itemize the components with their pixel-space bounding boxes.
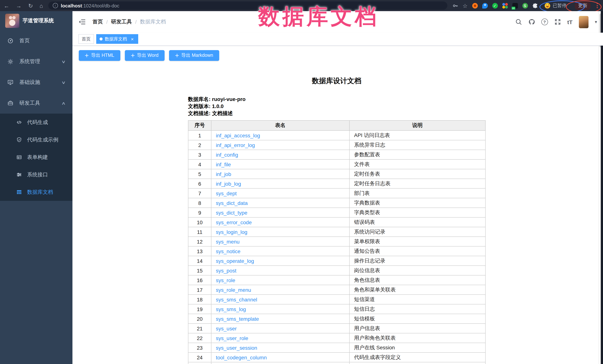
- sidebar-logo-row[interactable]: 芋道管理系统: [0, 11, 72, 31]
- sidebar-item-codegen-demo[interactable]: 代码生成示例: [0, 131, 72, 148]
- sidebar-item-label: 首页: [19, 37, 30, 44]
- table-name-link[interactable]: inf_config: [216, 152, 238, 158]
- sidebar-item-infra[interactable]: 基础设施 ∨: [0, 72, 72, 93]
- table-name-link[interactable]: sys_dict_type: [216, 210, 247, 216]
- table-name-link[interactable]: sys_operate_log: [216, 258, 254, 264]
- extension-icon-grid[interactable]: [502, 3, 508, 8]
- extension-icon-green-s[interactable]: S: [522, 3, 528, 8]
- table-name-link[interactable]: inf_job_log: [216, 181, 241, 187]
- table-name-link[interactable]: sys_dept: [216, 190, 237, 196]
- dashboard-icon: [7, 38, 13, 44]
- address-bar[interactable]: i localhost:1024/tool/db-doc: [48, 1, 447, 10]
- export-button-label: 导出 Markdown: [181, 52, 213, 59]
- row-desc: 定时任务表: [349, 169, 485, 179]
- sidebar-collapse-icon[interactable]: [78, 18, 86, 26]
- sidebar-item-label: 数据库文档: [27, 189, 53, 196]
- extensions-puzzle-icon[interactable]: [532, 3, 538, 8]
- table-name-link[interactable]: sys_sms_template: [216, 316, 259, 322]
- table-name-link[interactable]: sys_user_session: [216, 345, 257, 351]
- row-desc: 通知公告表: [349, 246, 485, 256]
- sidebar-item-codegen[interactable]: 代码生成: [0, 114, 72, 131]
- table-name-link[interactable]: sys_dict_data: [216, 200, 248, 206]
- browser-profile-chip[interactable]: 已暂停: [542, 1, 570, 10]
- table-name-link[interactable]: sys_user: [216, 325, 237, 331]
- table-row: 18 sys_sms_channel 短信渠道: [188, 295, 485, 304]
- help-icon[interactable]: ?: [541, 19, 548, 25]
- fullscreen-icon[interactable]: [554, 19, 561, 25]
- toolbox-icon: [7, 100, 13, 106]
- sidebar-item-db-doc[interactable]: 数据库文档: [0, 183, 72, 201]
- user-avatar[interactable]: [579, 16, 589, 28]
- code-icon: [16, 120, 22, 125]
- sidebar-item-home[interactable]: 首页: [0, 31, 72, 51]
- back-icon[interactable]: ←: [4, 3, 9, 8]
- table-name-link[interactable]: tool_codegen_column: [216, 354, 267, 360]
- table-row: 12 sys_menu 菜单权限表: [188, 237, 485, 246]
- row-no: 2: [188, 140, 211, 150]
- table-name-link[interactable]: sys_sms_channel: [216, 297, 257, 302]
- row-desc: 字典类型表: [349, 208, 485, 217]
- table-name-link[interactable]: sys_notice: [216, 248, 240, 254]
- row-desc: 用户和角色关联表: [349, 333, 485, 343]
- sidebar-item-form-builder[interactable]: 表单构建: [0, 148, 72, 166]
- table-name-link[interactable]: sys_post: [216, 267, 236, 273]
- table-name-link[interactable]: inf_file: [216, 161, 231, 167]
- forward-icon[interactable]: →: [16, 3, 22, 8]
- home-icon[interactable]: ⌂: [40, 3, 43, 8]
- font-size-icon[interactable]: tT: [567, 19, 573, 25]
- extension-icon-orange[interactable]: [472, 3, 478, 8]
- table-name-link[interactable]: inf_api_error_log: [216, 142, 255, 148]
- key-icon[interactable]: [452, 3, 458, 8]
- table-name-link[interactable]: sys_login_log: [216, 229, 247, 235]
- breadcrumb-devtools[interactable]: 研发工具: [111, 19, 132, 25]
- sidebar-item-label: 代码生成示例: [27, 136, 58, 143]
- github-icon[interactable]: [528, 19, 535, 25]
- export-html-button[interactable]: 导出 HTML: [79, 50, 120, 61]
- table-name-link[interactable]: sys_role: [216, 277, 235, 283]
- col-header-desc: 说明: [349, 121, 485, 131]
- extension-icon-green-check[interactable]: ✓: [492, 3, 498, 8]
- reload-icon[interactable]: ↻: [28, 3, 33, 8]
- table-row: 25 tool_codegen_table 代码生成表定义: [188, 362, 485, 364]
- row-desc: 操作日志记录: [349, 256, 485, 266]
- sidebar-item-devtools[interactable]: 研发工具 ∧: [0, 93, 72, 114]
- table-name-link[interactable]: sys_menu: [216, 239, 240, 244]
- table-name-link[interactable]: inf_job: [216, 171, 231, 177]
- table-name-link[interactable]: sys_error_code: [216, 219, 252, 225]
- breadcrumb-home[interactable]: 首页: [93, 19, 103, 25]
- export-markdown-button[interactable]: 导出 Markdown: [169, 50, 219, 61]
- sidebar-item-system[interactable]: 系统管理 ∨: [0, 51, 72, 72]
- gear-icon: [7, 59, 13, 65]
- tag-home[interactable]: 首页: [78, 34, 94, 44]
- row-desc: API 访问日志表: [349, 131, 485, 140]
- sidebar-item-label: 系统管理: [19, 58, 40, 65]
- table-name-link[interactable]: sys_sms_log: [216, 306, 246, 312]
- table-name-link[interactable]: sys_role_menu: [216, 287, 251, 293]
- export-toolbar: 导出 HTML 导出 Word 导出 Markdown: [79, 50, 603, 61]
- browser-menu-icon[interactable]: [595, 2, 599, 9]
- table-name-link[interactable]: inf_api_access_log: [216, 132, 260, 138]
- sidebar-item-system-api[interactable]: 系统接口: [0, 166, 72, 183]
- row-no: 16: [188, 275, 211, 285]
- site-info-icon[interactable]: i: [53, 3, 58, 8]
- row-desc: 短信渠道: [349, 295, 485, 304]
- sliders-icon: [16, 172, 22, 177]
- extension-icon-on-badge[interactable]: on: [512, 3, 518, 8]
- row-no: 23: [188, 343, 211, 353]
- row-no: 9: [188, 208, 211, 217]
- row-no: 15: [188, 266, 211, 275]
- bookmark-star-icon[interactable]: ☆: [463, 3, 468, 8]
- export-word-button[interactable]: 导出 Word: [125, 50, 164, 61]
- avatar-caret-icon[interactable]: ▾: [595, 19, 597, 24]
- tag-db-doc[interactable]: 数据库文档 ×: [96, 34, 138, 44]
- row-no: 22: [188, 333, 211, 343]
- browser-update-button[interactable]: 更新: [575, 1, 591, 10]
- search-icon[interactable]: [515, 19, 522, 25]
- tag-close-icon[interactable]: ×: [130, 36, 135, 42]
- doc-meta-db-name: 数据库名:ruoyi-vue-pro: [188, 96, 485, 103]
- extension-icon-pin[interactable]: [482, 3, 488, 8]
- table-name-link[interactable]: sys_user_role: [216, 335, 248, 341]
- table-row: 9 sys_dict_type 字典类型表: [188, 208, 485, 217]
- row-desc: 参数配置表: [349, 150, 485, 159]
- chevron-down-icon: ∨: [61, 59, 66, 64]
